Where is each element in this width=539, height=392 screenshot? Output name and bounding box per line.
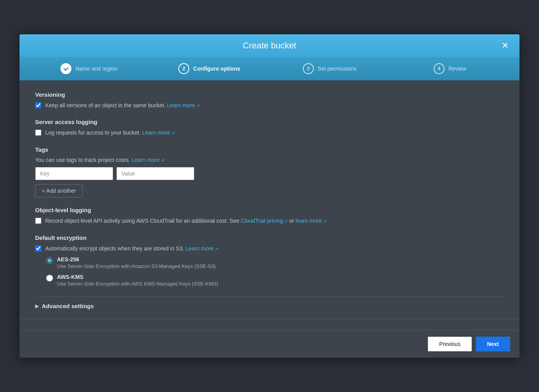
- versioning-learn-more-link[interactable]: Learn more: [167, 102, 200, 108]
- aes256-label-group: AES-256 Use Server-Side Encryption with …: [57, 256, 216, 269]
- versioning-section: Versioning Keep all versions of an objec…: [35, 91, 504, 110]
- awskms-radio[interactable]: [46, 275, 53, 282]
- tags-description: You can use tags to track project costs.…: [35, 157, 504, 163]
- step-name-region[interactable]: Name and region: [29, 63, 149, 74]
- close-button[interactable]: ✕: [498, 39, 512, 52]
- previous-button[interactable]: Previous: [428, 337, 471, 351]
- step2-circle: 2: [178, 63, 189, 74]
- object-level-logging-title: Object-level logging: [35, 207, 504, 213]
- next-button[interactable]: Next: [476, 337, 510, 351]
- aes256-radio[interactable]: [46, 257, 53, 264]
- step4-label: Review: [448, 66, 466, 72]
- step-review[interactable]: 4 Review: [390, 63, 510, 74]
- modal-footer: Previous Next: [20, 330, 519, 358]
- wizard-steps: Name and region 2 Configure options 3 Se…: [20, 57, 519, 80]
- object-level-logging-section: Object-level logging Record object-level…: [35, 207, 504, 225]
- default-encryption-checkbox[interactable]: [35, 245, 41, 252]
- footer-divider: [20, 319, 519, 319]
- awskms-radio-row: AWS-KMS Use Server-Side Encryption with …: [46, 274, 504, 287]
- tags-learn-more-link[interactable]: Learn more: [132, 157, 164, 163]
- object-level-logging-label: Record object-level API activity using A…: [45, 217, 327, 225]
- aes256-radio-row: AES-256 Use Server-Side Encryption with …: [46, 256, 504, 269]
- default-encryption-section: Default encryption Automatically encrypt…: [35, 234, 504, 287]
- tags-title: Tags: [35, 146, 504, 153]
- tag-value-input[interactable]: [116, 167, 194, 180]
- tag-key-input[interactable]: [35, 167, 113, 180]
- step-set-permissions[interactable]: 3 Set permissions: [270, 63, 390, 74]
- add-another-button[interactable]: + Add another: [35, 184, 83, 197]
- add-another-label: + Add another: [42, 188, 76, 194]
- default-encryption-learn-more-link[interactable]: Learn more: [186, 245, 219, 252]
- server-access-logging-checkbox-row: Log requests for access to your bucket. …: [35, 129, 504, 137]
- object-level-learn-more-link[interactable]: learn more: [296, 218, 327, 224]
- advanced-settings-section: ▶ Advanced settings: [35, 296, 504, 309]
- server-access-logging-section: Server access logging Log requests for a…: [35, 119, 504, 137]
- step4-circle: 4: [434, 63, 445, 74]
- modal-title: Create bucket: [243, 41, 296, 51]
- aes256-description: Use Server-Side Encryption with Amazon S…: [57, 263, 216, 269]
- cloudtrail-pricing-link[interactable]: CloudTrail pricing: [241, 218, 288, 224]
- step3-label: Set permissions: [318, 66, 357, 72]
- step1-checkmark: [60, 63, 71, 74]
- default-encryption-checkbox-row: Automatically encrypt objects when they …: [35, 245, 504, 253]
- server-access-logging-learn-more-link[interactable]: Learn more: [142, 129, 175, 136]
- versioning-label: Keep all versions of an object in the sa…: [45, 102, 200, 110]
- modal-body: Versioning Keep all versions of an objec…: [20, 80, 519, 330]
- awskms-label-group: AWS-KMS Use Server-Side Encryption with …: [57, 274, 218, 287]
- versioning-checkbox[interactable]: [35, 102, 41, 108]
- server-access-logging-label: Log requests for access to your bucket. …: [45, 129, 175, 137]
- object-level-logging-checkbox[interactable]: [35, 218, 41, 224]
- versioning-checkbox-row: Keep all versions of an object in the sa…: [35, 102, 504, 110]
- server-access-logging-title: Server access logging: [35, 119, 504, 125]
- tags-section: Tags You can use tags to track project c…: [35, 146, 504, 197]
- step1-label: Name and region: [75, 66, 117, 72]
- default-encryption-title: Default encryption: [35, 234, 504, 241]
- step3-circle: 3: [303, 63, 314, 74]
- awskms-title: AWS-KMS: [57, 274, 218, 280]
- awskms-description: Use Server-Side Encryption with AWS KMS-…: [57, 281, 218, 287]
- advanced-settings-chevron-icon: ▶: [35, 303, 39, 309]
- aes256-title: AES-256: [57, 256, 216, 263]
- advanced-settings-toggle[interactable]: ▶ Advanced settings: [35, 303, 94, 309]
- step2-label: Configure options: [193, 66, 240, 72]
- create-bucket-modal: Create bucket ✕ Name and region 2 Config…: [20, 34, 519, 358]
- advanced-settings-label: Advanced settings: [42, 303, 94, 309]
- step-configure-options[interactable]: 2 Configure options: [149, 63, 269, 74]
- object-level-logging-checkbox-row: Record object-level API activity using A…: [35, 217, 504, 225]
- server-access-logging-checkbox[interactable]: [35, 129, 41, 136]
- versioning-title: Versioning: [35, 91, 504, 98]
- tags-grid: [35, 167, 504, 180]
- encryption-radio-group: AES-256 Use Server-Side Encryption with …: [46, 256, 504, 287]
- modal-header: Create bucket ✕: [20, 34, 519, 57]
- default-encryption-label: Automatically encrypt objects when they …: [45, 245, 218, 253]
